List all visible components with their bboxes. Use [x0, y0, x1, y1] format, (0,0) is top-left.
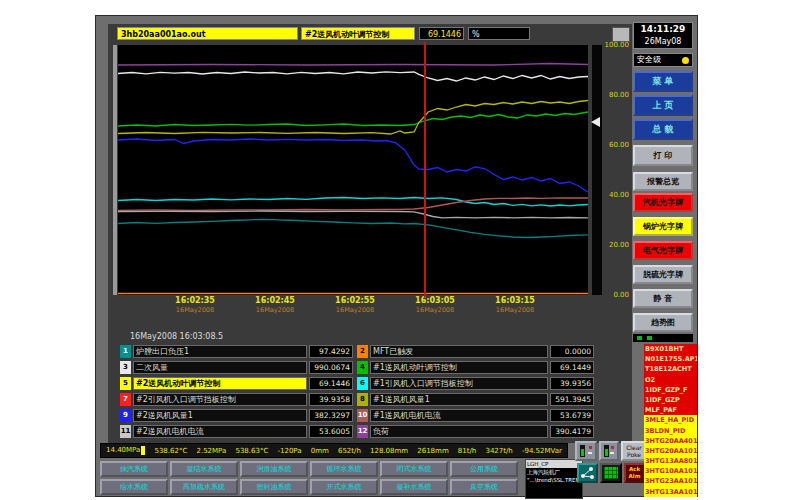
sidebar-button-overview[interactable]: 总 貌 — [633, 119, 693, 140]
sidebar-button-fgd-annunciator[interactable]: 脱硫光字牌 — [633, 265, 693, 284]
legend-row: 4#1送风机动叶调节控制69.1449 — [357, 360, 594, 375]
system-button-凝结水系统[interactable]: 凝结水系统 — [170, 461, 238, 477]
system-button-密封油系统[interactable]: 密封油系统 — [240, 479, 308, 495]
system-button-高加疏水系统[interactable]: 高加疏水系统 — [170, 479, 238, 495]
legend-signal-name[interactable]: #1送风机电机电流 — [370, 409, 548, 422]
legend-color-swatch: 11 — [120, 425, 131, 438]
indicator-button-1[interactable] — [575, 441, 597, 461]
display-grid-button[interactable] — [600, 463, 622, 483]
header-spare-box[interactable] — [612, 27, 630, 42]
ack-label-1: Ack — [626, 466, 643, 473]
indicator-white-mark — [588, 452, 592, 454]
legend-signal-value: 591.3945 — [550, 393, 594, 406]
system-button-抽汽系统[interactable]: 抽汽系统 — [100, 461, 168, 477]
alarm-tag[interactable]: 3HTG13AA101 — [644, 487, 697, 497]
alarm-tag[interactable]: 3HTG20AA401 — [644, 436, 697, 446]
legend-color-swatch: 9 — [120, 409, 131, 422]
trend-series-炉膛出口负压1 — [118, 219, 588, 237]
legend-signal-name[interactable]: #2送风机电机电流 — [133, 425, 307, 438]
legend-signal-name[interactable]: 二次风量 — [133, 361, 307, 374]
ack-label-2: Alm — [626, 473, 643, 480]
sidebar-button-electrical-annunciator[interactable]: 电气光字牌 — [633, 241, 693, 260]
security-level-box[interactable]: 安全级 — [633, 53, 693, 67]
alarm-tag[interactable]: 1IDF_GZP_F — [644, 385, 697, 395]
system-button-闭式水系统[interactable]: 闭式水系统 — [380, 461, 448, 477]
alarm-tag[interactable]: 3BLDN_PID — [644, 426, 697, 436]
green-mark-icon — [647, 336, 652, 340]
system-button-润滑油系统[interactable]: 润滑油系统 — [240, 461, 308, 477]
legend-row: 8#1送风机风量1591.3945 — [357, 392, 594, 407]
legend-row: 3二次风量990.0674 — [120, 360, 353, 375]
status-value: -94.52MVar — [522, 447, 562, 455]
sidebar-button-alarm-summary[interactable]: 报警总览 — [633, 172, 693, 191]
system-button-开式水系统[interactable]: 开式水系统 — [310, 479, 378, 495]
legend-signal-name[interactable]: #2引风机入口调节挡板控制 — [133, 393, 307, 406]
legend-color-swatch: 8 — [357, 393, 368, 406]
alarm-tag[interactable]: 3HTG10AA101 — [644, 466, 697, 476]
clock-time: 14:11:29 — [634, 23, 692, 36]
status-value: 652t/h — [338, 447, 361, 455]
indicator-button-2[interactable] — [599, 441, 619, 461]
system-buttons-row-2: 给水系统高加疏水系统密封油系统开式水系统凝补水系统真空系统 — [100, 479, 518, 495]
legend-color-swatch: 7 — [120, 393, 131, 406]
trend-cursor-line[interactable] — [424, 42, 426, 297]
alarm-tag[interactable]: O2 — [644, 375, 697, 385]
sidebar-button-prev-page[interactable]: 上 页 — [633, 95, 693, 116]
message-console: LGH_CP 上海汽轮机厂 "...\trend\SSL.TREND48.trs… — [525, 459, 583, 499]
x-axis: 16:02:3516May200816:02:4516May200816:02:… — [118, 296, 588, 320]
trend-title-field[interactable]: #2送风机动叶调节控制 — [301, 27, 415, 40]
alarm-tag[interactable]: B9X01BHT — [644, 344, 697, 354]
sidebar-button-boiler-annunciator[interactable]: 锅炉光字牌 — [633, 217, 693, 236]
sidebar-button-print[interactable]: 打 印 — [633, 145, 693, 166]
value-marker-triangle[interactable] — [591, 117, 600, 127]
legend-signal-value: 382.3297 — [309, 409, 353, 422]
sidebar-button-mute[interactable]: 静 音 — [633, 289, 693, 308]
alarm-tag[interactable]: 3HTG20AA101 — [644, 446, 697, 456]
x-tick-date: 16May2008 — [483, 306, 547, 315]
legend-signal-name[interactable]: 炉膛出口负压1 — [133, 345, 307, 358]
network-icon — [579, 465, 596, 481]
legend-signal-name[interactable]: #1送风机风量1 — [370, 393, 548, 406]
legend-color-swatch: 3 — [120, 361, 131, 374]
status-value: 14.40MPa — [106, 446, 145, 455]
legend-signal-name[interactable]: #2送风机动叶调节控制 — [133, 377, 307, 390]
system-button-给水系统[interactable]: 给水系统 — [100, 479, 168, 495]
alarm-tag[interactable]: 3HTG23AA101 — [644, 476, 697, 486]
trend-lines — [118, 45, 588, 295]
system-button-凝补水系统[interactable]: 凝补水系统 — [380, 479, 448, 495]
sidebar-button-menu[interactable]: 菜 单 — [633, 71, 693, 92]
legend-signal-name[interactable]: #2送风机风量1 — [133, 409, 307, 422]
trend-file-field[interactable]: 3hb20aa001ao.out — [117, 27, 298, 40]
legend-color-swatch: 4 — [357, 361, 368, 374]
alarm-tag[interactable]: 1IDF_GZP — [644, 395, 697, 405]
legend-signal-value: 53.6739 — [550, 409, 594, 422]
alarm-tag[interactable]: N01E175S.AP1 — [644, 354, 697, 364]
alarm-tag[interactable]: T18E12ACHT — [644, 364, 697, 374]
sidebar-button-trend[interactable]: 趋势图 — [633, 313, 693, 332]
status-value: 538.62°C — [154, 447, 187, 455]
legend-signal-name[interactable]: 负荷 — [370, 425, 548, 438]
trend-chart-area[interactable] — [118, 45, 588, 295]
system-button-真空系统[interactable]: 真空系统 — [450, 479, 518, 495]
alarm-tag[interactable]: 3HTG13AA801 — [644, 456, 697, 466]
system-button-循环水系统[interactable]: 循环水系统 — [310, 461, 378, 477]
legend-signal-value: 97.4292 — [309, 345, 353, 358]
legend-signal-name[interactable]: MFT已触发 — [370, 345, 548, 358]
indicator-green-bar — [581, 449, 584, 456]
alarm-ack-button[interactable]: Ack Alm — [624, 463, 645, 483]
legend-signal-name[interactable]: #1送风机动叶调节控制 — [370, 361, 548, 374]
system-button-公用系统[interactable]: 公用系统 — [450, 461, 518, 477]
sidebar-button-turbine-annunciator[interactable]: 汽机光字牌 — [633, 193, 693, 212]
alarm-tag[interactable]: 3MLE_HA_PID — [644, 415, 697, 425]
legend-signal-value: 39.9356 — [550, 377, 594, 390]
console-title: LGH_CP — [526, 460, 582, 468]
alarm-tag[interactable]: MLF_PAF — [644, 405, 697, 415]
console-line-1: 上海汽轮机厂 — [526, 468, 582, 476]
y-tick-label: 0.00 — [598, 291, 629, 300]
y-tick-label: 60.00 — [598, 141, 629, 150]
x-tick: 16:02:3516May2008 — [163, 296, 227, 315]
legend-signal-name[interactable]: #1引风机入口调节挡板控制 — [370, 377, 548, 390]
network-icon-button[interactable] — [577, 463, 598, 483]
legend-row: 12负荷390.4179 — [357, 424, 594, 439]
y-tick-label: 80.00 — [598, 91, 629, 100]
